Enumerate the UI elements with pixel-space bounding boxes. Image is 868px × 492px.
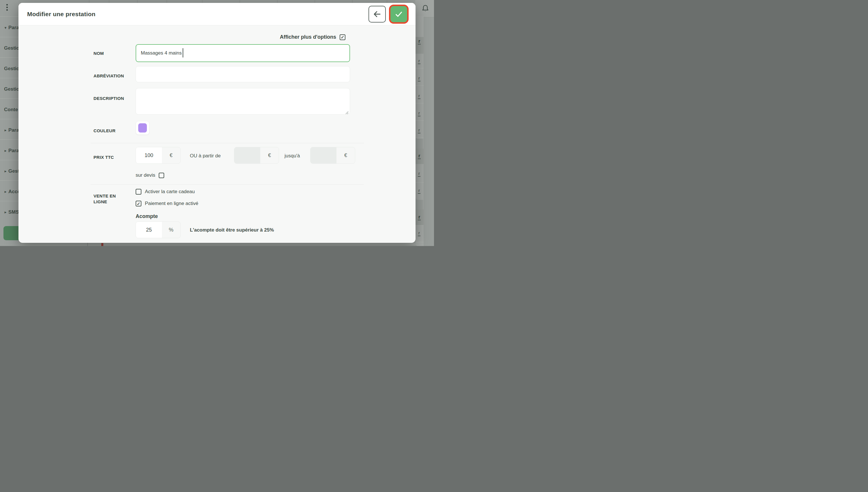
back-button[interactable] <box>368 6 386 23</box>
sidebar-divider <box>0 140 19 140</box>
on-quote-row: sur devis <box>136 172 164 178</box>
kebab-menu-icon[interactable] <box>6 4 8 12</box>
price-until-input[interactable] <box>311 147 337 164</box>
sidebar-item-para[interactable]: ▾Para <box>0 25 19 31</box>
sidebar-item-accè[interactable]: ▸Accè <box>0 189 19 195</box>
check-icon <box>394 10 403 19</box>
online-payment-row: Paiement en ligne activé <box>136 201 198 206</box>
section-divider <box>90 184 364 185</box>
abbreviation-input[interactable] <box>136 66 350 82</box>
background-truncated-link[interactable]: r <box>418 153 421 159</box>
price-from-group: € <box>234 147 279 164</box>
sidebar-divider <box>0 201 19 201</box>
app-screen: ▾ParaGestioGestioGestioConte▸Para▸Para▸G… <box>0 0 434 246</box>
more-options-row: Afficher plus d'options <box>19 34 345 40</box>
price-from-input[interactable] <box>234 147 260 164</box>
resize-handle-icon[interactable] <box>345 111 349 114</box>
price-input-group: € <box>136 147 181 164</box>
color-picker-button[interactable] <box>136 121 150 135</box>
description-label: DESCRIPTION <box>94 96 124 101</box>
currency-suffix: € <box>337 147 355 164</box>
background-truncated-link[interactable]: r <box>418 93 420 99</box>
name-field-wrap <box>136 44 350 62</box>
gift-card-checkbox[interactable] <box>136 189 141 195</box>
chevron-right-icon: ▸ <box>5 169 6 173</box>
background-row-divider <box>416 68 424 69</box>
background-truncated-link[interactable]: r <box>418 214 421 220</box>
modal-title: Modifier une prestation <box>27 11 96 18</box>
name-input[interactable] <box>136 44 350 62</box>
background-truncated-link[interactable]: r <box>418 188 420 194</box>
deposit-input[interactable] <box>136 222 162 238</box>
currency-suffix: € <box>260 147 279 164</box>
background-truncated-link[interactable]: r <box>418 39 421 45</box>
sidebar-divider <box>0 180 19 181</box>
sidebar-divider <box>0 119 19 119</box>
price-input[interactable] <box>136 147 162 164</box>
sidebar-divider <box>0 160 19 160</box>
deposit-input-group: % <box>136 221 181 238</box>
sidebar-item-gest[interactable]: ▸Gest <box>0 168 19 174</box>
sidebar: ▾ParaGestioGestioGestioConte▸Para▸Para▸G… <box>0 0 19 246</box>
or-from-label: OU à partir de <box>190 153 221 159</box>
percent-suffix: % <box>162 222 180 238</box>
color-label: COULEUR <box>94 128 115 134</box>
background-table-header-strip <box>0 0 434 3</box>
background-truncated-link[interactable]: r <box>418 75 420 81</box>
background-truncated-link[interactable]: r <box>418 127 420 133</box>
sidebar-item-conte[interactable]: Conte <box>0 107 19 113</box>
name-label: NOM <box>94 51 104 56</box>
more-options-label: Afficher plus d'options <box>280 34 336 40</box>
sidebar-divider <box>0 17 19 17</box>
background-row-divider <box>416 182 424 182</box>
price-until-group: € <box>310 147 355 164</box>
currency-suffix: € <box>162 147 180 164</box>
background-row-divider <box>416 85 424 86</box>
more-options-checkbox[interactable] <box>340 34 345 40</box>
gift-card-row: Activer la carte cadeau <box>136 189 195 195</box>
background-row-divider <box>416 120 424 121</box>
modal-header: Modifier une prestation <box>19 3 416 25</box>
color-swatch <box>138 123 147 132</box>
gift-card-label: Activer la carte cadeau <box>145 189 195 195</box>
chevron-down-icon: ▾ <box>5 26 6 30</box>
sidebar-divider <box>0 37 19 37</box>
sidebar-item-gestio[interactable]: Gestio <box>0 66 19 72</box>
chevron-right-icon: ▸ <box>5 210 6 214</box>
confirm-button[interactable] <box>390 6 407 22</box>
description-textarea[interactable] <box>136 88 350 115</box>
sidebar-item-para[interactable]: ▸Para <box>0 127 19 133</box>
background-bottom-strip <box>19 243 416 246</box>
background-truncated-link[interactable]: r <box>418 230 420 236</box>
background-truncated-link[interactable]: r <box>418 58 420 64</box>
modal-body: Afficher plus d'options NOM ABRÉVIATION … <box>19 26 416 243</box>
background-truncated-link[interactable]: r <box>418 171 420 177</box>
section-divider <box>90 143 364 143</box>
text-caret <box>183 48 183 57</box>
chevron-right-icon: ▸ <box>5 149 6 153</box>
arrow-left-icon <box>373 10 382 19</box>
on-quote-label: sur devis <box>136 172 155 178</box>
on-quote-checkbox[interactable] <box>159 173 164 178</box>
deposit-hint: L'acompte doit être supérieur à 25% <box>190 227 274 233</box>
online-payment-checkbox[interactable] <box>136 201 141 206</box>
background-row-divider <box>416 103 424 103</box>
sidebar-divider <box>0 78 19 78</box>
until-label: jusqu'à <box>285 153 300 159</box>
sidebar-divider <box>0 57 19 58</box>
sidebar-item-sms[interactable]: ▸SMS <box>0 209 19 215</box>
sidebar-item-gestio[interactable]: Gestio <box>0 86 19 92</box>
abbreviation-label: ABRÉVIATION <box>94 73 124 79</box>
price-label: PRIX TTC <box>94 154 114 160</box>
chevron-right-icon: ▸ <box>5 190 6 194</box>
background-color-bar <box>101 243 103 246</box>
edit-service-modal: Modifier une prestation <box>19 3 416 243</box>
sidebar-item-para[interactable]: ▸Para <box>0 148 19 154</box>
sidebar-item-gestio[interactable]: Gestio <box>0 45 19 51</box>
online-sale-label: VENTE EN LIGNE <box>94 193 125 205</box>
background-truncated-link[interactable]: r <box>418 110 420 116</box>
description-field-wrap <box>136 88 350 116</box>
notification-bell-icon[interactable] <box>421 4 430 13</box>
abbreviation-field-wrap <box>136 66 350 82</box>
chevron-right-icon: ▸ <box>5 128 6 132</box>
